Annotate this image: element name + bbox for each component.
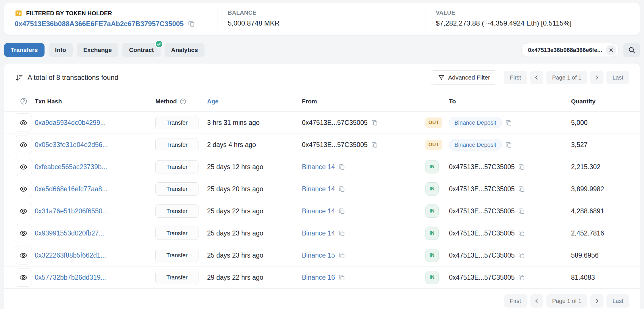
copy-to-button[interactable] bbox=[518, 252, 525, 259]
to-address[interactable]: 0x47513E...57C35005 bbox=[449, 229, 515, 237]
copy-icon bbox=[518, 252, 525, 259]
preview-transaction-button[interactable] bbox=[15, 224, 32, 242]
copy-from-button[interactable] bbox=[338, 230, 345, 237]
copy-from-button[interactable] bbox=[338, 252, 345, 259]
copy-to-button[interactable] bbox=[505, 141, 512, 148]
value-section: VALUE $7,282,273.88 ( ~4,359.4924 Eth) [… bbox=[425, 3, 640, 35]
tab-info[interactable]: Info bbox=[49, 43, 73, 57]
last-page-button[interactable]: Last bbox=[606, 71, 629, 84]
to-address[interactable]: 0x47513E...57C35005 bbox=[449, 207, 515, 215]
txn-hash-link[interactable]: 0xfeabce565ac23739b... bbox=[35, 163, 107, 171]
to-cell: 0x47513E...57C35005 bbox=[449, 163, 571, 171]
copy-icon bbox=[188, 20, 195, 28]
copy-to-button[interactable] bbox=[518, 163, 525, 171]
to-address[interactable]: 0x47513E...57C35005 bbox=[449, 185, 515, 193]
txn-hash-link[interactable]: 0x322263f88b5f662d1... bbox=[35, 252, 106, 259]
to-cell: 0x47513E...57C35005 bbox=[449, 252, 571, 259]
method-badge[interactable]: Transfer bbox=[155, 227, 198, 240]
prev-page-button[interactable] bbox=[530, 71, 543, 84]
copy-from-button[interactable] bbox=[371, 119, 378, 126]
copy-from-button[interactable] bbox=[338, 186, 345, 193]
copy-from-button[interactable] bbox=[338, 163, 345, 171]
last-page-button[interactable]: Last bbox=[606, 294, 629, 308]
copy-to-button[interactable] bbox=[505, 119, 512, 126]
copy-from-button[interactable] bbox=[338, 208, 345, 215]
txn-hash-link[interactable]: 0x05e33fe31e04e2d56... bbox=[35, 141, 108, 148]
page-indicator[interactable]: Page 1 of 1 bbox=[546, 71, 587, 84]
to-address[interactable]: 0x47513E...57C35005 bbox=[449, 274, 515, 281]
eye-icon bbox=[19, 229, 28, 237]
next-page-button[interactable] bbox=[590, 294, 603, 308]
txn-hash-link[interactable]: 0xa9da5934dc0b4299... bbox=[35, 119, 106, 126]
copy-to-button[interactable] bbox=[518, 230, 525, 237]
copy-from-button[interactable] bbox=[371, 141, 378, 148]
copy-to-button[interactable] bbox=[518, 208, 525, 215]
preview-transaction-button[interactable] bbox=[15, 180, 32, 198]
method-badge[interactable]: Transfer bbox=[155, 116, 198, 129]
from-address[interactable]: Binance 15 bbox=[302, 252, 335, 259]
from-address[interactable]: 0x47513E...57C35005 bbox=[302, 141, 368, 149]
method-badge[interactable]: Transfer bbox=[155, 160, 198, 173]
preview-transaction-button[interactable] bbox=[15, 113, 32, 132]
preview-transaction-button[interactable] bbox=[15, 136, 32, 154]
tab-transfers[interactable]: Transfers bbox=[4, 43, 45, 57]
from-address[interactable]: 0x47513E...57C35005 bbox=[302, 119, 368, 127]
from-address[interactable]: Binance 16 bbox=[302, 274, 335, 281]
tab-exchange[interactable]: Exchange bbox=[77, 43, 118, 57]
age-text: 25 days 23 hrs ago bbox=[207, 229, 302, 237]
funnel-icon bbox=[438, 74, 445, 81]
method-badge[interactable]: Transfer bbox=[155, 204, 198, 218]
from-address[interactable]: Binance 14 bbox=[302, 207, 335, 215]
preview-transaction-button[interactable] bbox=[15, 246, 32, 264]
from-address[interactable]: Binance 14 bbox=[302, 163, 335, 171]
header-method: Method bbox=[155, 98, 207, 105]
page-indicator[interactable]: Page 1 of 1 bbox=[546, 294, 587, 308]
first-page-button[interactable]: First bbox=[504, 71, 527, 84]
clear-filter-button[interactable] bbox=[606, 45, 616, 55]
tab-contract[interactable]: Contract bbox=[122, 43, 160, 57]
table-row: 0xa9da5934dc0b4299... Transfer 3 hrs 31 … bbox=[4, 111, 640, 134]
from-address[interactable]: Binance 14 bbox=[302, 185, 335, 193]
method-badge[interactable]: Transfer bbox=[155, 138, 198, 151]
to-address[interactable]: 0x47513E...57C35005 bbox=[449, 163, 515, 171]
preview-transaction-button[interactable] bbox=[15, 158, 32, 176]
from-address[interactable]: Binance 14 bbox=[302, 229, 335, 237]
txn-hash-link[interactable]: 0x93991553d020fb27... bbox=[35, 229, 104, 237]
prev-page-button[interactable] bbox=[530, 294, 543, 308]
method-badge[interactable]: Transfer bbox=[155, 182, 198, 196]
to-address[interactable]: Binance Deposit bbox=[449, 139, 502, 150]
copy-address-button[interactable] bbox=[188, 20, 195, 28]
preview-transaction-button[interactable] bbox=[15, 268, 32, 287]
advanced-filter-button[interactable]: Advanced Filter bbox=[431, 70, 497, 85]
to-address[interactable]: Binance Deposit bbox=[449, 117, 502, 128]
txn-hash-link[interactable]: 0xe5d668e16efc77aa8... bbox=[35, 185, 107, 193]
copy-from-button[interactable] bbox=[338, 274, 345, 281]
holder-address-link[interactable]: 0x47513E36b088A366E6FE7aAb2c67B37957C350… bbox=[15, 20, 184, 28]
header-age[interactable]: Age bbox=[207, 98, 302, 105]
pagination-bottom: First Page 1 of 1 Last bbox=[504, 294, 629, 308]
copy-icon bbox=[371, 141, 378, 148]
copy-to-button[interactable] bbox=[518, 186, 525, 193]
help-icon[interactable] bbox=[20, 97, 28, 105]
help-icon[interactable] bbox=[180, 98, 186, 105]
method-badge[interactable]: Transfer bbox=[155, 249, 198, 262]
txn-hash-link[interactable]: 0x57732bb7b26dd319... bbox=[35, 274, 106, 281]
age-text: 29 days 22 hrs ago bbox=[207, 274, 302, 281]
first-page-button[interactable]: First bbox=[504, 294, 527, 308]
to-address[interactable]: 0x47513E...57C35005 bbox=[449, 252, 515, 259]
next-page-button[interactable] bbox=[590, 71, 603, 84]
balance-section: BALANCE 5,000.8748 MKR bbox=[217, 3, 425, 35]
tab-analytics[interactable]: Analytics bbox=[165, 43, 205, 57]
tab-list: Transfers Info Exchange Contract Analyti… bbox=[4, 43, 205, 57]
preview-transaction-button[interactable] bbox=[15, 202, 32, 220]
method-badge[interactable]: Transfer bbox=[155, 271, 198, 284]
age-text: 25 days 12 hrs ago bbox=[207, 163, 302, 171]
txn-hash-link[interactable]: 0x31a76e51b206f6550... bbox=[35, 207, 108, 215]
direction-badge: OUT bbox=[425, 140, 442, 150]
quantity-text: 5,000 bbox=[571, 119, 629, 127]
age-text: 2 days 4 hrs ago bbox=[207, 141, 302, 149]
copy-to-button[interactable] bbox=[518, 274, 525, 281]
search-filter-chip[interactable]: 0x47513e36b088a366e6fe... bbox=[521, 43, 619, 57]
search-button[interactable] bbox=[623, 43, 640, 57]
total-transactions-text: A total of 8 transactions found bbox=[28, 74, 118, 82]
